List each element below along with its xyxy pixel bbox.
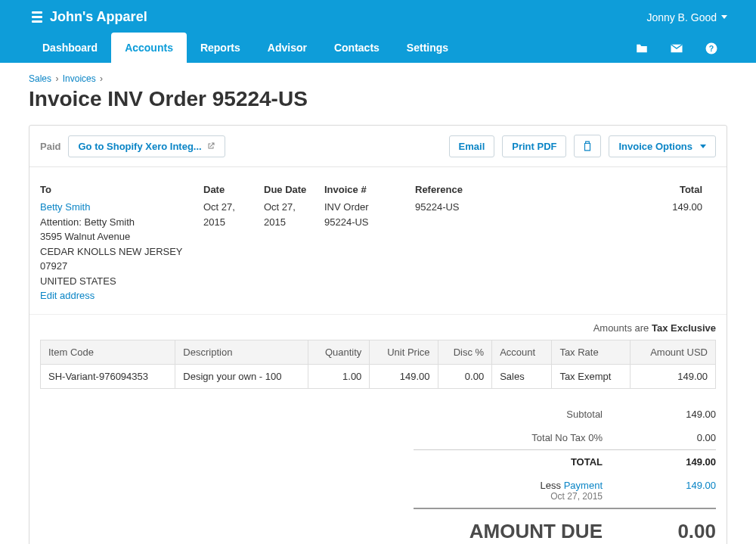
payment-link[interactable]: Payment <box>564 480 603 491</box>
meta-date-label: Date <box>203 184 250 195</box>
page-title: Invoice INV Order 95224-US <box>29 87 727 111</box>
col-tax-rate: Tax Rate <box>552 340 631 364</box>
col-account: Account <box>492 340 552 364</box>
amount-due-label: AMOUNT DUE <box>429 520 625 543</box>
main-nav: DashboardAccountsReportsAdvisorContactsS… <box>29 33 462 63</box>
cell-item-code: SH-Variant-976094353 <box>41 364 175 388</box>
cell-amount: 149.00 <box>631 364 716 388</box>
print-pdf-button[interactable]: Print PDF <box>502 135 566 157</box>
chevron-down-icon <box>700 145 706 148</box>
meta-invoice-value: INV Order 95224-US <box>324 200 401 229</box>
no-tax-value: 0.00 <box>625 432 716 443</box>
invoice-card: Paid Go to Shopify Xero Integ... Email P… <box>29 125 727 544</box>
chevron-down-icon <box>721 15 727 19</box>
menu-list-icon <box>29 11 42 23</box>
address-country: UNITED STATES <box>40 275 116 287</box>
help-icon[interactable]: ? <box>703 42 720 55</box>
col-description: Description <box>175 340 308 364</box>
contact-link[interactable]: Betty Smith <box>40 201 90 213</box>
top-header: John's Apparel Jonny B. Good DashboardAc… <box>0 0 756 63</box>
meta-due-value: Oct 27, 2015 <box>264 200 311 229</box>
status-badge: Paid <box>40 141 60 152</box>
cell-unit-price: 149.00 <box>370 364 438 388</box>
amounts-note: Amounts are Tax Exclusive <box>29 315 727 340</box>
address-attention: Attention: Betty Smith <box>40 216 135 228</box>
meta-due-label: Due Date <box>264 184 311 195</box>
external-link-icon <box>206 141 215 151</box>
email-button[interactable]: Email <box>449 135 495 157</box>
total-label: TOTAL <box>429 456 625 468</box>
nav-tab-accounts[interactable]: Accounts <box>111 33 187 63</box>
col-unit-price: Unit Price <box>370 340 438 364</box>
nav-tab-dashboard[interactable]: Dashboard <box>29 33 111 63</box>
mail-icon[interactable] <box>668 42 685 55</box>
invoice-options-button[interactable]: Invoice Options <box>609 135 716 157</box>
clipboard-icon <box>582 140 593 152</box>
no-tax-label: Total No Tax 0% <box>429 432 625 443</box>
amount-due-value: 0.00 <box>625 520 716 543</box>
subtotal-value: 149.00 <box>625 409 716 420</box>
nav-tab-reports[interactable]: Reports <box>187 33 254 63</box>
breadcrumb: Sales › Invoices › <box>29 73 727 84</box>
total-value: 149.00 <box>625 456 716 468</box>
col-item-code: Item Code <box>41 340 175 364</box>
subtotal-label: Subtotal <box>429 409 625 420</box>
shopify-button-label: Go to Shopify Xero Integ... <box>78 141 201 152</box>
address-city: CEDAR KNOLLS NEW JERSEY 07927 <box>40 246 182 272</box>
meta-reference-value: 95224-US <box>415 200 612 215</box>
meta-reference-label: Reference <box>415 184 612 195</box>
nav-tab-advisor[interactable]: Advisor <box>254 33 321 63</box>
breadcrumb-sales[interactable]: Sales <box>29 73 51 84</box>
line-items-table: Item Code Description Quantity Unit Pric… <box>40 340 716 389</box>
payment-date: Oct 27, 2015 <box>429 491 603 502</box>
org-name: John's Apparel <box>50 9 147 25</box>
col-quantity: Quantity <box>308 340 370 364</box>
cell-account: Sales <box>492 364 552 388</box>
address-street: 3595 Walnut Avenue <box>40 231 130 242</box>
folder-icon[interactable] <box>634 42 650 55</box>
table-row: SH-Variant-976094353Design your own - 10… <box>41 364 716 388</box>
shopify-integration-button[interactable]: Go to Shopify Xero Integ... <box>68 135 225 157</box>
user-name: Jonny B. Good <box>646 11 717 23</box>
nav-tab-contacts[interactable]: Contacts <box>321 33 393 63</box>
cell-disc: 0.00 <box>438 364 492 388</box>
svg-text:?: ? <box>709 44 714 53</box>
nav-tab-settings[interactable]: Settings <box>393 33 462 63</box>
meta-total-label: Total <box>625 184 702 195</box>
user-menu[interactable]: Jonny B. Good <box>646 11 727 23</box>
breadcrumb-invoices[interactable]: Invoices <box>63 73 96 84</box>
edit-address-link[interactable]: Edit address <box>40 290 94 301</box>
payment-amount: 149.00 <box>625 480 716 491</box>
cell-description: Design your own - 100 <box>175 364 308 388</box>
cell-quantity: 1.00 <box>308 364 370 388</box>
cell-tax-rate: Tax Exempt <box>552 364 631 388</box>
col-disc: Disc % <box>438 340 492 364</box>
less-label: Less <box>541 480 564 491</box>
meta-date-value: Oct 27, 2015 <box>203 200 250 229</box>
copy-button[interactable] <box>574 135 601 157</box>
org-switcher[interactable]: John's Apparel <box>29 9 147 25</box>
col-amount: Amount USD <box>631 340 716 364</box>
meta-to-label: To <box>40 184 190 195</box>
meta-total-value: 149.00 <box>625 200 702 215</box>
meta-invoice-label: Invoice # <box>324 184 401 195</box>
